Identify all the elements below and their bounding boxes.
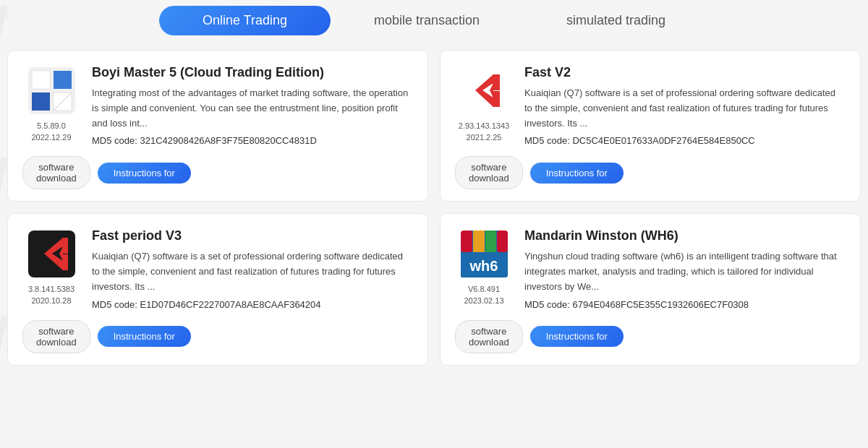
- svg-rect-10: [493, 91, 500, 107]
- card-fastv2-logo-area: 2.93.143.1343 2021.2.25: [455, 65, 513, 142]
- card-mandarin-header: wh6 V6.8.491 2023.02.13 Mandarin Winston…: [455, 228, 846, 309]
- mandarin-date: 2023.02.13: [464, 296, 503, 305]
- boyi-instructions-button[interactable]: Instructions for: [98, 163, 191, 184]
- fastv3-date: 2020.10.28: [31, 296, 71, 305]
- card-fastv2-desc: Kuaiqian (Q7) software is a set of profe…: [524, 86, 846, 131]
- card-boyi-title: Boyi Master 5 (Cloud Trading Edition): [92, 65, 413, 80]
- card-fastv2-body: Fast V2 Kuaiqian (Q7) software is a set …: [524, 65, 846, 146]
- mandarin-version: V6.8.491: [468, 285, 500, 293]
- card-fastv2-header: 2.93.143.1343 2021.2.25 Fast V2 Kuaiqian…: [455, 65, 846, 146]
- card-mandarin-desc: Yingshun cloud trading software (wh6) is…: [524, 249, 846, 294]
- svg-rect-9: [493, 74, 500, 90]
- svg-rect-17: [461, 231, 472, 252]
- card-boyi-actions: softwaredownload Instructions for: [22, 156, 413, 189]
- boyi-logo-icon: [26, 65, 77, 116]
- fastv2-version: 2.93.143.1343: [459, 121, 509, 130]
- card-fastv3: 3.8.141.5383 2020.10.28 Fast period V3 K…: [7, 213, 428, 365]
- card-mandarin-md5: MD5 code: 6794E0468FC5E355C1932606EC7F03…: [524, 299, 846, 310]
- card-mandarin-body: Mandarin Winston (WH6) Yingshun cloud tr…: [524, 228, 846, 309]
- fastv3-logo-icon: [26, 228, 77, 279]
- card-mandarin: wh6 V6.8.491 2023.02.13 Mandarin Winston…: [440, 213, 861, 365]
- card-fastv2-md5: MD5 code: DC5C4E0E017633A0DF2764E584E850…: [524, 135, 846, 146]
- card-fastv3-body: Fast period V3 Kuaiqian (Q7) software is…: [92, 228, 413, 309]
- mandarin-svg: wh6: [461, 231, 508, 277]
- fastv3-svg: [28, 231, 75, 277]
- card-fastv2: 2.93.143.1343 2021.2.25 Fast V2 Kuaiqian…: [440, 50, 861, 202]
- card-fastv3-actions: softwaredownload Instructions for: [22, 320, 413, 353]
- svg-rect-18: [473, 231, 485, 252]
- svg-rect-3: [32, 92, 50, 111]
- mandarin-software-download-button[interactable]: softwaredownload: [455, 320, 523, 353]
- mandarin-logo-icon: wh6: [459, 228, 509, 279]
- svg-text:wh6: wh6: [469, 258, 498, 274]
- boyi-version: 5.5.89.0: [37, 121, 66, 130]
- card-fastv2-title: Fast V2: [524, 65, 846, 80]
- svg-rect-20: [497, 231, 508, 252]
- boyi-software-download-button[interactable]: softwaredownload: [22, 156, 90, 189]
- mandarin-instructions-button[interactable]: Instructions for: [530, 326, 624, 347]
- tab-mobile-transaction[interactable]: mobile transaction: [331, 6, 523, 35]
- fastv3-instructions-button[interactable]: Instructions for: [98, 326, 191, 347]
- card-boyi: 5.5.89.0 2022.12.29 Boyi Master 5 (Cloud…: [7, 50, 428, 202]
- fastv3-software-download-button[interactable]: softwaredownload: [22, 320, 90, 353]
- boyi-date: 2022.12.29: [31, 133, 71, 142]
- fastv2-software-download-button[interactable]: softwaredownload: [455, 156, 523, 189]
- boyi-svg: [28, 67, 75, 114]
- card-fastv2-actions: softwaredownload Instructions for: [455, 156, 846, 189]
- tab-simulated-trading[interactable]: simulated trading: [523, 6, 709, 35]
- svg-rect-15: [62, 254, 68, 270]
- tab-bar: Online Trading mobile transaction simula…: [7, 0, 861, 50]
- fastv3-version: 3.8.141.5383: [28, 285, 75, 293]
- fastv2-date: 2021.2.25: [467, 133, 502, 142]
- svg-rect-1: [32, 71, 50, 89]
- fastv2-svg: [461, 67, 508, 114]
- fastv2-logo-icon: [459, 65, 509, 116]
- card-boyi-desc: Integrating most of the advantages of ma…: [92, 86, 413, 131]
- svg-rect-14: [62, 238, 68, 254]
- tab-online-trading[interactable]: Online Trading: [159, 6, 331, 35]
- card-fastv3-desc: Kuaiqian (Q7) software is a set of profe…: [92, 249, 413, 294]
- card-boyi-header: 5.5.89.0 2022.12.29 Boyi Master 5 (Cloud…: [22, 65, 413, 146]
- card-boyi-logo-area: 5.5.89.0 2022.12.29: [22, 65, 80, 142]
- svg-rect-2: [54, 71, 72, 89]
- card-mandarin-actions: softwaredownload Instructions for: [455, 320, 846, 353]
- svg-rect-19: [485, 231, 496, 252]
- card-fastv3-md5: MD5 code: E1D07D46CF2227007A8AE8CAAF3642…: [92, 299, 413, 310]
- card-fastv3-header: 3.8.141.5383 2020.10.28 Fast period V3 K…: [22, 228, 413, 309]
- card-fastv3-logo-area: 3.8.141.5383 2020.10.28: [22, 228, 80, 305]
- card-boyi-body: Boyi Master 5 (Cloud Trading Edition) In…: [92, 65, 413, 146]
- card-mandarin-title: Mandarin Winston (WH6): [524, 228, 846, 244]
- card-boyi-md5: MD5 code: 321C42908426A8F3F75E80820CC483…: [92, 135, 413, 146]
- cards-grid: 5.5.89.0 2022.12.29 Boyi Master 5 (Cloud…: [7, 50, 861, 377]
- fastv2-instructions-button[interactable]: Instructions for: [530, 163, 624, 184]
- card-mandarin-logo-area: wh6 V6.8.491 2023.02.13: [455, 228, 513, 305]
- card-fastv3-title: Fast period V3: [92, 228, 413, 244]
